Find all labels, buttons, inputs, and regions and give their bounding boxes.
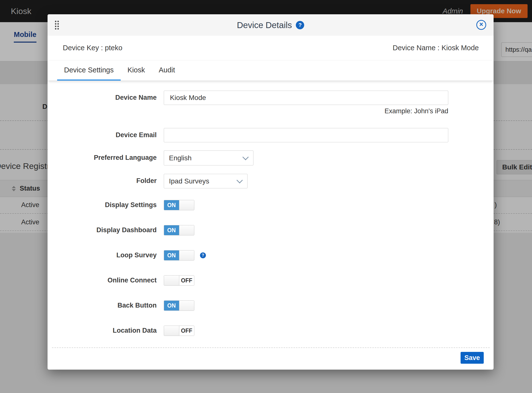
page: Kiosk Admin Upgrade Now Mobile https://q… [0, 0, 532, 393]
folder-value: Ipad Surveys [169, 177, 209, 185]
modal-subheader: Device Key : pteko Device Name : Kiosk M… [48, 36, 494, 60]
device-details-modal: Device Details ? × Device Key : pteko De… [48, 14, 494, 370]
device-email-label: Device Email [72, 131, 157, 139]
folder-select[interactable]: Ipad Surveys [164, 174, 248, 188]
toggle-knob [179, 301, 194, 311]
online-connect-label: Online Connect [72, 277, 157, 284]
footer-divider [52, 347, 490, 348]
tab-audit[interactable]: Audit [152, 60, 182, 81]
device-email-input[interactable] [164, 128, 448, 142]
location-data-label: Location Data [72, 327, 157, 334]
modal-tabs: Device Settings Kiosk Audit [48, 60, 494, 81]
display-settings-toggle[interactable]: ON [164, 200, 194, 210]
modal-title: Device Details [237, 20, 292, 30]
chevron-down-icon [236, 177, 243, 183]
close-icon[interactable]: × [476, 20, 486, 30]
display-dashboard-label: Display Dashboard [72, 226, 157, 234]
toggle-on-text: ON [164, 225, 179, 235]
toggle-on-text: ON [164, 301, 179, 311]
device-name-label: Device Name [72, 94, 157, 101]
device-name-text: Device Name : Kiosk Mode [393, 44, 479, 52]
tab-kiosk[interactable]: Kiosk [121, 60, 152, 81]
modal-title-wrap: Device Details ? [48, 14, 494, 36]
loop-survey-help-icon[interactable]: ? [200, 252, 206, 258]
chevron-down-icon [242, 154, 249, 160]
display-settings-label: Display Settings [72, 201, 157, 209]
toggle-on-text: ON [164, 250, 179, 260]
tab-device-settings[interactable]: Device Settings [57, 60, 121, 81]
back-button-label: Back Button [72, 302, 157, 309]
toggle-knob [164, 276, 179, 285]
device-name-helper: Example: John's iPad [164, 107, 448, 115]
toggle-on-text: ON [164, 200, 179, 210]
online-connect-toggle[interactable]: OFF [164, 275, 194, 286]
toggle-off-text: OFF [179, 326, 194, 336]
save-button[interactable]: Save [461, 352, 484, 364]
preferred-language-select[interactable]: English [164, 150, 253, 165]
back-button-toggle[interactable]: ON [164, 300, 194, 311]
toggle-knob [179, 225, 194, 235]
toggle-off-text: OFF [179, 276, 194, 285]
toggle-knob [179, 200, 194, 210]
preferred-language-label: Preferred Language [72, 154, 157, 162]
location-data-toggle[interactable]: OFF [164, 326, 194, 336]
toggle-knob [179, 250, 194, 260]
help-icon[interactable]: ? [296, 21, 304, 29]
device-key-text: Device Key : pteko [63, 44, 122, 52]
loop-survey-label: Loop Survey [72, 251, 157, 259]
preferred-language-value: English [169, 154, 192, 162]
device-name-input[interactable] [164, 91, 448, 105]
folder-label: Folder [72, 177, 157, 185]
modal-header: Device Details ? × [48, 14, 494, 36]
toggle-knob [164, 326, 179, 336]
display-dashboard-toggle[interactable]: ON [164, 225, 194, 235]
loop-survey-toggle[interactable]: ON [164, 250, 194, 261]
